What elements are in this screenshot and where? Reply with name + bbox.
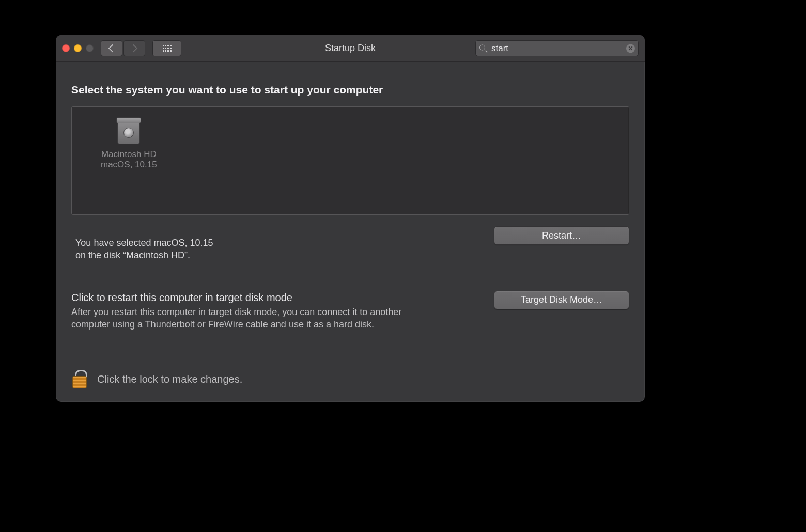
nav-buttons <box>101 40 145 56</box>
page-heading: Select the system you want to use to sta… <box>71 84 629 96</box>
zoom-window-button[interactable] <box>86 44 94 52</box>
disk-item[interactable]: Macintosh HD macOS, 10.15 <box>101 117 157 170</box>
grid-icon <box>163 45 172 52</box>
lock-hint-text: Click the lock to make changes. <box>97 373 242 385</box>
disk-name: Macintosh HD <box>101 149 157 160</box>
back-button[interactable] <box>101 40 122 56</box>
disk-list: Macintosh HD macOS, 10.15 <box>71 106 629 215</box>
target-disk-mode-label: Target Disk Mode… <box>521 294 602 305</box>
chevron-left-icon <box>109 44 117 53</box>
content-area: Select the system you want to use to sta… <box>56 62 645 402</box>
selection-line2: on the disk “Macintosh HD”. <box>75 249 213 261</box>
target-disk-mode-button[interactable]: Target Disk Mode… <box>494 291 629 309</box>
restart-button-label: Restart… <box>542 230 581 241</box>
disk-name-label: Macintosh HD macOS, 10.15 <box>101 149 157 170</box>
forward-button[interactable] <box>123 40 145 56</box>
clear-search-button[interactable] <box>626 44 635 53</box>
hard-drive-icon <box>115 117 142 146</box>
chevron-right-icon <box>130 44 138 53</box>
close-window-button[interactable] <box>62 44 70 52</box>
titlebar: Startup Disk <box>56 35 645 62</box>
target-disk-heading: Click to restart this computer in target… <box>71 292 412 304</box>
show-all-button[interactable] <box>152 40 181 56</box>
window-controls <box>62 44 94 52</box>
minimize-window-button[interactable] <box>74 44 82 52</box>
lock-icon[interactable] <box>71 370 88 388</box>
search-input[interactable] <box>490 43 625 54</box>
target-disk-description: After you restart this computer in targe… <box>71 306 412 331</box>
selection-row: You have selected macOS, 10.15 on the di… <box>71 226 629 262</box>
disk-os: macOS, 10.15 <box>101 160 157 170</box>
search-icon <box>479 44 487 52</box>
preferences-window: Startup Disk Select the system you want … <box>56 35 645 402</box>
search-field[interactable] <box>475 40 639 56</box>
target-disk-section: Click to restart this computer in target… <box>71 292 629 331</box>
target-disk-text: Click to restart this computer in target… <box>71 292 412 331</box>
restart-button[interactable]: Restart… <box>494 226 629 245</box>
selection-summary: You have selected macOS, 10.15 on the di… <box>75 237 213 262</box>
lock-row: Click the lock to make changes. <box>71 370 629 394</box>
selection-line1: You have selected macOS, 10.15 <box>75 237 213 249</box>
show-all-group <box>152 40 181 56</box>
